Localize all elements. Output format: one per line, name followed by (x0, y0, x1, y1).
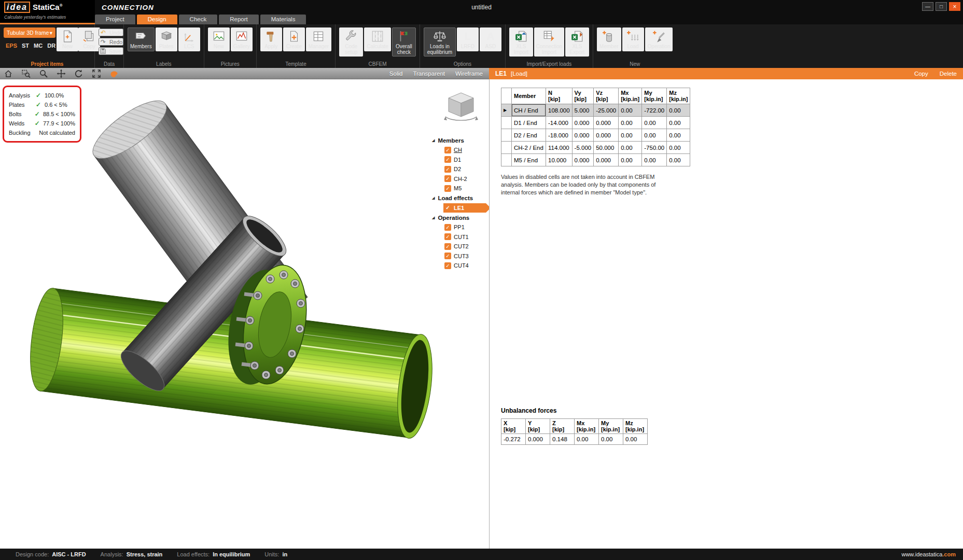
ribbon-group-options: Loads in equilibrium L LRFD A ASD Option… (420, 24, 506, 68)
check-summary-overlay: Analysis ✓ 100.0% Plates ✓ 0.6 < 5% Bolt… (3, 86, 81, 143)
maximize-button[interactable]: □ (936, 2, 947, 11)
xls-import-icon (514, 30, 528, 43)
close-button[interactable]: × (949, 2, 960, 11)
new-operation-button[interactable]: Operation (645, 27, 673, 51)
member-label-icon (134, 30, 148, 43)
calculate-button[interactable]: Calculate (364, 27, 391, 51)
connection-import-button[interactable]: Connection Import (534, 27, 564, 57)
load-table[interactable]: Member N[kip] Vy[kip] Vz[kip] Mx[kip.in]… (501, 88, 690, 166)
xls-import-button[interactable]: XLS Import (509, 27, 533, 57)
undo-button[interactable]: ↶ Undo (99, 29, 123, 36)
load-copy-button[interactable]: Copy (914, 71, 928, 77)
view-mode-wireframe[interactable]: Wireframe (455, 71, 483, 77)
member-color-icon[interactable] (109, 68, 120, 79)
view-mode-solid[interactable]: Solid (389, 71, 403, 77)
template-create-button[interactable]: Create (283, 27, 305, 51)
tree-item-cut3[interactable]: ✓ CUT3 (443, 251, 486, 261)
3d-scene[interactable] (0, 79, 489, 549)
view-mode-transparent[interactable]: Transparent (413, 71, 445, 77)
tree-item-ch[interactable]: ✓ CH (443, 145, 486, 155)
tree-item-cut4[interactable]: ✓ CUT4 (443, 261, 486, 271)
picture-new-button[interactable]: New (208, 27, 230, 51)
idea-logo: idea (4, 2, 30, 13)
zoom-icon[interactable] (39, 68, 49, 79)
ribbon-group-project-items: Tubular 3D frame ▾ EPS ST MC DR New Copy (0, 24, 95, 68)
labels-plates-button[interactable]: Plates (156, 27, 177, 51)
table-row[interactable]: CH-2 / End 114.000-5.000 50.0000.00 -750… (501, 142, 690, 154)
frame-type-select[interactable]: Tubular 3D frame ▾ (4, 27, 55, 38)
tab-check[interactable]: Check (179, 15, 218, 24)
checkbox-icon[interactable]: ✓ (444, 166, 451, 173)
3d-viewport[interactable]: Analysis ✓ 100.0% Plates ✓ 0.6 < 5% Bolt… (0, 79, 489, 549)
labels-lcs-button[interactable]: LCS (178, 27, 200, 51)
checkbox-icon[interactable]: ✓ (444, 224, 451, 231)
status-analysis: Analysis: Stress, strain (101, 551, 163, 557)
redo-button[interactable]: ↷ Redo (99, 38, 123, 46)
tree-group-operations[interactable]: ◢ Operations (429, 213, 486, 222)
navigation-cube[interactable] (441, 90, 481, 129)
new-member-button[interactable]: Member (597, 27, 621, 51)
new-load-button[interactable]: Load (622, 27, 644, 51)
balance-scales-icon (433, 30, 446, 43)
rotate-view-icon[interactable] (74, 68, 85, 79)
tree-item-le1[interactable]: ✓ LE1 (443, 203, 486, 213)
unbalanced-forces-title: Unbalanced forces (501, 407, 648, 414)
checkbox-icon[interactable]: ✓ (444, 156, 451, 163)
status-design-code: Design code: AISC - LRFD (16, 551, 86, 557)
pan-icon[interactable] (57, 68, 67, 79)
code-mc[interactable]: MC (34, 43, 43, 49)
tab-report[interactable]: Report (219, 15, 259, 24)
code-dr[interactable]: DR (47, 43, 55, 49)
table-row[interactable]: D2 / End -18.0000.000 0.0000.00 0.000.00 (501, 129, 690, 142)
status-load-effects: Load effects: In equilibrium (177, 551, 250, 557)
table-row[interactable]: ▶ CH / End 108.0005.000 -25.0000.00 -722… (501, 104, 690, 117)
lrfd-button[interactable]: L LRFD (457, 27, 479, 51)
checkbox-icon[interactable]: ✓ (444, 147, 451, 153)
tab-materials[interactable]: Materials (260, 15, 306, 24)
picture-gallery-button[interactable]: Gallery (231, 27, 253, 51)
home-view-icon[interactable] (4, 68, 14, 79)
code-eps[interactable]: EPS (6, 43, 17, 49)
tree-group-load-effects[interactable]: ◢ Load effects (429, 193, 486, 203)
tree-item-m5[interactable]: ✓ M5 (443, 184, 486, 193)
check-row-welds: Welds ✓ 77.9 < 100% (9, 119, 75, 128)
tree-item-pp1[interactable]: ✓ PP1 (443, 222, 486, 232)
save-button[interactable]: Save (99, 47, 123, 55)
tree-item-cut1[interactable]: ✓ CUT1 (443, 232, 486, 242)
checkbox-icon[interactable]: ✓ (444, 253, 451, 259)
minimize-button[interactable]: — (922, 2, 933, 11)
zoom-fit-icon[interactable] (92, 68, 102, 79)
gallery-icon (235, 30, 248, 43)
tree-item-d2[interactable]: ✓ D2 (443, 164, 486, 174)
tree-item-d1[interactable]: ✓ D1 (443, 155, 486, 165)
labels-members-button[interactable]: Members (128, 27, 155, 51)
project-new-button[interactable]: New (57, 27, 78, 51)
template-manager-button[interactable]: Manager (306, 27, 331, 51)
tree-item-ch-2[interactable]: ✓ CH-2 (443, 174, 486, 184)
group-label-new: New (593, 61, 677, 67)
tab-design[interactable]: Design (137, 15, 177, 24)
asd-button[interactable]: A ASD (480, 27, 501, 51)
hammer-icon (264, 30, 278, 43)
checkbox-icon[interactable]: ✓ (444, 175, 451, 182)
checkbox-icon[interactable]: ✓ (444, 262, 451, 269)
code-st[interactable]: ST (22, 43, 29, 49)
xls-export-button[interactable]: XLS Export (565, 27, 589, 57)
code-setup-button[interactable]: Code setup (339, 27, 363, 57)
checkbox-icon[interactable]: ✓ (444, 185, 451, 192)
checkbox-icon[interactable]: ✓ (444, 204, 451, 211)
tree-item-cut2[interactable]: ✓ CUT2 (443, 242, 486, 251)
asd-letter-icon: A (487, 30, 494, 43)
table-row[interactable]: M5 / End 10.0000.000 0.0000.00 0.000.00 (501, 154, 690, 166)
tab-project[interactable]: Project (95, 15, 135, 24)
load-delete-button[interactable]: Delete (940, 71, 957, 77)
zoom-window-icon[interactable] (21, 68, 32, 79)
website-link[interactable]: www.ideastatica.com (901, 551, 956, 557)
checkbox-icon[interactable]: ✓ (444, 243, 451, 250)
overall-check-button[interactable]: Overall check (392, 27, 416, 57)
template-apply-button[interactable]: Apply (260, 27, 282, 51)
loads-in-equilibrium-button[interactable]: Loads in equilibrium (424, 27, 456, 57)
checkbox-icon[interactable]: ✓ (444, 233, 451, 240)
table-row[interactable]: D1 / End -14.0000.000 0.0000.00 0.000.00 (501, 117, 690, 129)
tree-group-members[interactable]: ◢ Members (429, 135, 486, 145)
